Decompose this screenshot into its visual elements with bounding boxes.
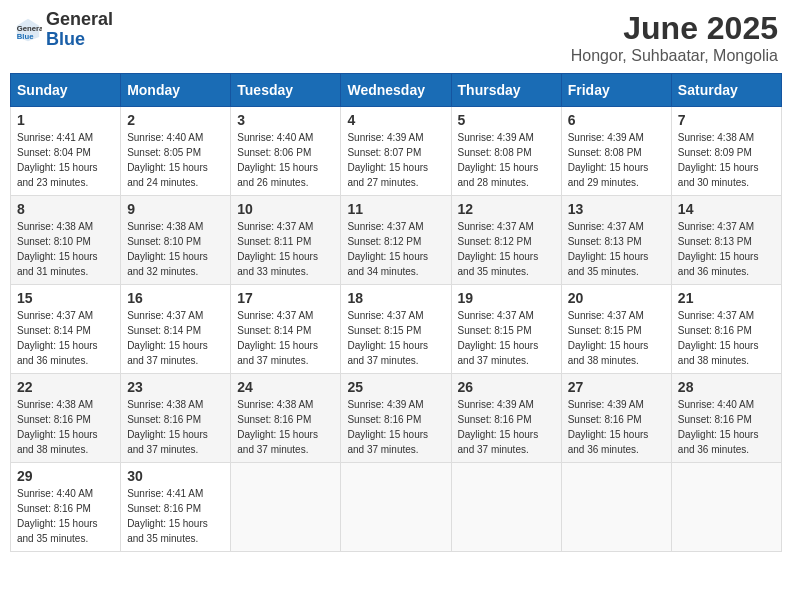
day-number: 1 [17,112,114,128]
calendar-cell: 23Sunrise: 4:38 AMSunset: 8:16 PMDayligh… [121,374,231,463]
day-info: Sunrise: 4:38 AMSunset: 8:09 PMDaylight:… [678,130,775,190]
calendar-week-5: 29Sunrise: 4:40 AMSunset: 8:16 PMDayligh… [11,463,782,552]
day-info: Sunrise: 4:37 AMSunset: 8:15 PMDaylight:… [568,308,665,368]
day-header-sunday: Sunday [11,74,121,107]
calendar-week-4: 22Sunrise: 4:38 AMSunset: 8:16 PMDayligh… [11,374,782,463]
day-number: 19 [458,290,555,306]
day-info: Sunrise: 4:39 AMSunset: 8:16 PMDaylight:… [568,397,665,457]
day-number: 2 [127,112,224,128]
calendar-cell [341,463,451,552]
day-info: Sunrise: 4:41 AMSunset: 8:04 PMDaylight:… [17,130,114,190]
svg-text:Blue: Blue [17,32,34,41]
calendar-cell: 15Sunrise: 4:37 AMSunset: 8:14 PMDayligh… [11,285,121,374]
calendar-cell: 29Sunrise: 4:40 AMSunset: 8:16 PMDayligh… [11,463,121,552]
day-number: 5 [458,112,555,128]
day-number: 28 [678,379,775,395]
calendar-cell: 27Sunrise: 4:39 AMSunset: 8:16 PMDayligh… [561,374,671,463]
day-info: Sunrise: 4:38 AMSunset: 8:16 PMDaylight:… [127,397,224,457]
day-info: Sunrise: 4:38 AMSunset: 8:10 PMDaylight:… [127,219,224,279]
day-info: Sunrise: 4:41 AMSunset: 8:16 PMDaylight:… [127,486,224,546]
calendar-cell: 19Sunrise: 4:37 AMSunset: 8:15 PMDayligh… [451,285,561,374]
day-number: 12 [458,201,555,217]
logo: General Blue General Blue [14,10,113,50]
day-number: 15 [17,290,114,306]
header: General Blue General Blue June 2025 Hong… [10,10,782,65]
day-number: 30 [127,468,224,484]
calendar-cell: 2Sunrise: 4:40 AMSunset: 8:05 PMDaylight… [121,107,231,196]
calendar-cell: 12Sunrise: 4:37 AMSunset: 8:12 PMDayligh… [451,196,561,285]
day-number: 13 [568,201,665,217]
day-info: Sunrise: 4:39 AMSunset: 8:16 PMDaylight:… [458,397,555,457]
day-header-thursday: Thursday [451,74,561,107]
calendar-cell: 16Sunrise: 4:37 AMSunset: 8:14 PMDayligh… [121,285,231,374]
day-info: Sunrise: 4:37 AMSunset: 8:11 PMDaylight:… [237,219,334,279]
calendar-week-3: 15Sunrise: 4:37 AMSunset: 8:14 PMDayligh… [11,285,782,374]
day-info: Sunrise: 4:37 AMSunset: 8:12 PMDaylight:… [347,219,444,279]
day-info: Sunrise: 4:39 AMSunset: 8:08 PMDaylight:… [568,130,665,190]
calendar-body: 1Sunrise: 4:41 AMSunset: 8:04 PMDaylight… [11,107,782,552]
day-info: Sunrise: 4:40 AMSunset: 8:16 PMDaylight:… [17,486,114,546]
day-number: 18 [347,290,444,306]
day-header-wednesday: Wednesday [341,74,451,107]
day-info: Sunrise: 4:40 AMSunset: 8:06 PMDaylight:… [237,130,334,190]
day-number: 22 [17,379,114,395]
title-area: June 2025 Hongor, Suhbaatar, Mongolia [571,10,778,65]
day-header-tuesday: Tuesday [231,74,341,107]
day-info: Sunrise: 4:37 AMSunset: 8:12 PMDaylight:… [458,219,555,279]
calendar-cell: 14Sunrise: 4:37 AMSunset: 8:13 PMDayligh… [671,196,781,285]
calendar-cell: 5Sunrise: 4:39 AMSunset: 8:08 PMDaylight… [451,107,561,196]
calendar-cell: 9Sunrise: 4:38 AMSunset: 8:10 PMDaylight… [121,196,231,285]
calendar-cell: 24Sunrise: 4:38 AMSunset: 8:16 PMDayligh… [231,374,341,463]
logo-blue-text: Blue [46,30,113,50]
day-number: 6 [568,112,665,128]
calendar-cell [451,463,561,552]
day-number: 17 [237,290,334,306]
calendar-cell: 21Sunrise: 4:37 AMSunset: 8:16 PMDayligh… [671,285,781,374]
day-info: Sunrise: 4:40 AMSunset: 8:16 PMDaylight:… [678,397,775,457]
day-info: Sunrise: 4:38 AMSunset: 8:10 PMDaylight:… [17,219,114,279]
day-info: Sunrise: 4:40 AMSunset: 8:05 PMDaylight:… [127,130,224,190]
day-info: Sunrise: 4:39 AMSunset: 8:08 PMDaylight:… [458,130,555,190]
calendar-cell: 10Sunrise: 4:37 AMSunset: 8:11 PMDayligh… [231,196,341,285]
day-number: 27 [568,379,665,395]
calendar-cell: 22Sunrise: 4:38 AMSunset: 8:16 PMDayligh… [11,374,121,463]
calendar-header: SundayMondayTuesdayWednesdayThursdayFrid… [11,74,782,107]
main-title: June 2025 [571,10,778,47]
calendar-cell [671,463,781,552]
logo-general-text: General [46,10,113,30]
calendar-cell: 25Sunrise: 4:39 AMSunset: 8:16 PMDayligh… [341,374,451,463]
day-info: Sunrise: 4:37 AMSunset: 8:16 PMDaylight:… [678,308,775,368]
day-info: Sunrise: 4:39 AMSunset: 8:07 PMDaylight:… [347,130,444,190]
day-number: 11 [347,201,444,217]
day-number: 16 [127,290,224,306]
header-row: SundayMondayTuesdayWednesdayThursdayFrid… [11,74,782,107]
calendar-cell: 30Sunrise: 4:41 AMSunset: 8:16 PMDayligh… [121,463,231,552]
day-number: 4 [347,112,444,128]
calendar-week-2: 8Sunrise: 4:38 AMSunset: 8:10 PMDaylight… [11,196,782,285]
calendar-cell: 13Sunrise: 4:37 AMSunset: 8:13 PMDayligh… [561,196,671,285]
day-info: Sunrise: 4:39 AMSunset: 8:16 PMDaylight:… [347,397,444,457]
day-header-monday: Monday [121,74,231,107]
day-number: 29 [17,468,114,484]
day-number: 20 [568,290,665,306]
day-number: 26 [458,379,555,395]
calendar-cell: 6Sunrise: 4:39 AMSunset: 8:08 PMDaylight… [561,107,671,196]
day-number: 24 [237,379,334,395]
day-info: Sunrise: 4:37 AMSunset: 8:14 PMDaylight:… [127,308,224,368]
day-number: 9 [127,201,224,217]
day-number: 3 [237,112,334,128]
day-info: Sunrise: 4:37 AMSunset: 8:15 PMDaylight:… [458,308,555,368]
day-number: 7 [678,112,775,128]
calendar-cell: 3Sunrise: 4:40 AMSunset: 8:06 PMDaylight… [231,107,341,196]
day-number: 21 [678,290,775,306]
logo-icon: General Blue [14,16,42,44]
day-info: Sunrise: 4:37 AMSunset: 8:13 PMDaylight:… [678,219,775,279]
calendar-table: SundayMondayTuesdayWednesdayThursdayFrid… [10,73,782,552]
day-info: Sunrise: 4:37 AMSunset: 8:13 PMDaylight:… [568,219,665,279]
day-header-saturday: Saturday [671,74,781,107]
day-info: Sunrise: 4:37 AMSunset: 8:14 PMDaylight:… [237,308,334,368]
day-number: 10 [237,201,334,217]
day-number: 23 [127,379,224,395]
calendar-cell [561,463,671,552]
calendar-cell: 26Sunrise: 4:39 AMSunset: 8:16 PMDayligh… [451,374,561,463]
